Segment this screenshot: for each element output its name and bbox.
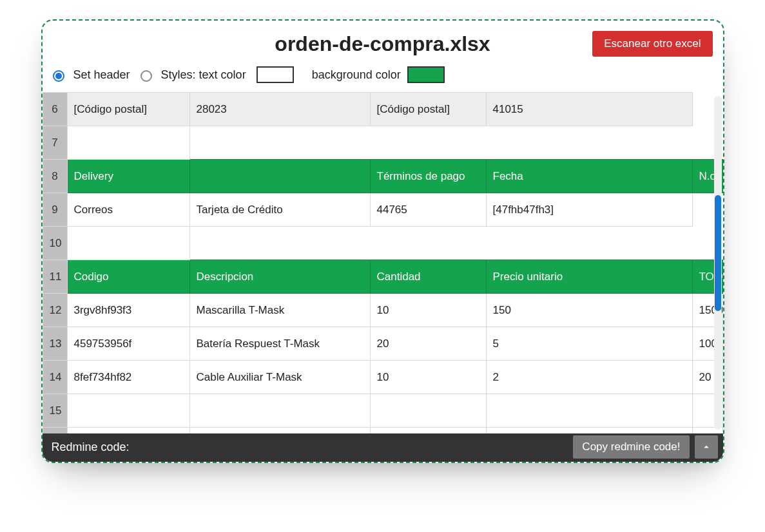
styles-label: Styles: text color (161, 68, 246, 82)
cell[interactable]: 5 (486, 327, 692, 361)
cell[interactable]: 2 (486, 361, 692, 394)
chevron-up-icon (701, 441, 712, 453)
row-number[interactable]: 12 (43, 294, 67, 327)
cell[interactable] (486, 428, 692, 434)
sheet-wrap: 6[Código postal]28023[Código postal]4101… (43, 92, 723, 433)
cell[interactable]: Precio unitario (486, 260, 692, 294)
cell[interactable]: 28023 (189, 93, 370, 126)
cell[interactable]: 10 (370, 294, 486, 327)
cell[interactable]: 44765 (370, 193, 486, 227)
spreadsheet[interactable]: 6[Código postal]28023[Código postal]4101… (43, 92, 723, 433)
row-number[interactable]: 14 (43, 361, 67, 394)
copy-code-button[interactable]: Copy redmine code! (573, 435, 689, 459)
cell[interactable] (67, 428, 189, 434)
cell[interactable] (370, 394, 486, 428)
styles-radio[interactable] (140, 70, 152, 82)
row-number[interactable]: 11 (43, 260, 67, 294)
cell[interactable]: [Código postal] (370, 93, 486, 126)
row-number[interactable]: 13 (43, 327, 67, 361)
cell[interactable] (67, 126, 189, 160)
cell[interactable] (67, 227, 189, 260)
grid-table: 6[Código postal]28023[Código postal]4101… (43, 92, 723, 433)
row-number[interactable]: 9 (43, 193, 67, 227)
scrollbar-thumb[interactable] (715, 195, 721, 311)
row-number[interactable]: 7 (43, 126, 67, 160)
cell[interactable]: 20 (370, 327, 486, 361)
cell[interactable] (486, 394, 692, 428)
cell[interactable]: 41015 (486, 93, 692, 126)
row-number[interactable]: 10 (43, 227, 67, 260)
cell[interactable]: Correos (67, 193, 189, 227)
code-bar-label: Redmine code: (52, 441, 130, 454)
cell[interactable] (189, 394, 370, 428)
cell[interactable]: Cable Auxiliar T-Mask (189, 361, 370, 394)
cell[interactable]: Descripcion (189, 260, 370, 294)
cell[interactable]: 8fef734hf82 (67, 361, 189, 394)
row-number[interactable]: 15 (43, 394, 67, 428)
header: orden-de-compra.xlsx Escanear otro excel (43, 21, 723, 61)
style-controls: Set header Styles: text color background… (43, 61, 723, 92)
bg-label: background color (312, 68, 401, 82)
cell[interactable] (67, 394, 189, 428)
row-number[interactable]: 16 (43, 428, 67, 434)
set-header-label: Set header (73, 68, 130, 82)
cell[interactable] (189, 428, 370, 434)
text-color-swatch[interactable] (257, 66, 294, 83)
cell[interactable]: 3rgv8hf93f3 (67, 294, 189, 327)
cell[interactable]: Mascarilla T-Mask (189, 294, 370, 327)
collapse-button[interactable] (695, 435, 718, 459)
row-number[interactable]: 8 (43, 160, 67, 193)
cell[interactable]: Codigo (67, 260, 189, 294)
cell[interactable]: Batería Respuest T-Mask (189, 327, 370, 361)
scan-another-button[interactable]: Escanear otro excel (592, 31, 712, 57)
row-number[interactable]: 6 (43, 93, 67, 126)
cell[interactable]: [Código postal] (67, 93, 189, 126)
cell[interactable]: Delivery (67, 160, 189, 193)
cell[interactable] (370, 428, 486, 434)
cell[interactable]: Cantidad (370, 260, 486, 294)
cell[interactable]: 150 (486, 294, 692, 327)
cell[interactable]: 10 (370, 361, 486, 394)
dropzone-card: orden-de-compra.xlsx Escanear otro excel… (41, 19, 724, 463)
cell[interactable] (189, 160, 370, 193)
cell[interactable]: Términos de pago (370, 160, 486, 193)
bg-color-swatch[interactable] (407, 66, 445, 83)
code-bar: Redmine code: Copy redmine code! (43, 432, 723, 462)
cell[interactable]: Tarjeta de Crédito (189, 193, 370, 227)
cell[interactable]: 459753956f (67, 327, 189, 361)
set-header-radio[interactable] (53, 70, 64, 82)
cell[interactable]: [47fhb47fh3] (486, 193, 692, 227)
cell[interactable]: Fecha (486, 160, 692, 193)
